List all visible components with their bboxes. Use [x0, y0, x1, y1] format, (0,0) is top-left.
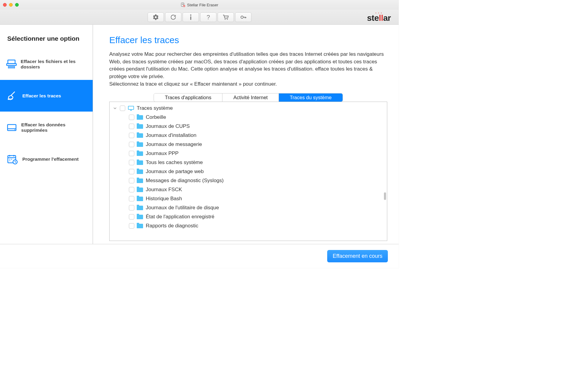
sidebar: Sélectionner une option Effacer les fich…: [0, 25, 93, 244]
page-title: Effacer les traces: [109, 35, 387, 45]
folder-icon: [137, 178, 143, 183]
tree-item-label: Journaux de partage web: [146, 169, 204, 175]
tree-item[interactable]: Historique Bash: [110, 194, 387, 203]
page-desc-line1: Analysez votre Mac pour rechercher des e…: [109, 51, 384, 79]
folder-icon: [137, 160, 143, 165]
svg-point-2: [190, 14, 191, 16]
tree-item[interactable]: Journaux PPP: [110, 149, 387, 158]
checkbox[interactable]: [129, 205, 134, 210]
tree-item[interactable]: Corbeille: [110, 113, 387, 122]
svg-point-1: [183, 5, 185, 7]
sidebar-item-erase-files[interactable]: Effacer les fichiers et les dossiers: [0, 48, 93, 80]
question-icon: ?: [206, 14, 211, 21]
checkbox[interactable]: [129, 115, 134, 120]
checkbox[interactable]: [129, 151, 134, 156]
tree-item-label: Journaux de l'utilitaire de disque: [146, 205, 219, 211]
sidebar-item-erase-traces[interactable]: Effacer les traces: [0, 80, 93, 112]
tree-item-label: Corbeille: [146, 114, 166, 120]
checkbox[interactable]: [129, 142, 134, 147]
folder-icon: [137, 115, 143, 120]
page-description: Analysez votre Mac pour rechercher des e…: [109, 51, 387, 88]
tree-item[interactable]: Tous les caches système: [110, 158, 387, 167]
svg-rect-3: [190, 16, 191, 20]
checkbox[interactable]: [129, 124, 134, 129]
tree-item-label: État de l'application enregistré: [146, 214, 214, 220]
tree-item[interactable]: État de l'application enregistré: [110, 212, 387, 221]
sidebar-item-label: Programmer l'effacement: [22, 156, 78, 162]
checkbox[interactable]: [129, 223, 134, 229]
tree-item[interactable]: Messages de diagnostic (Syslogs): [110, 176, 387, 185]
tab-application-traces[interactable]: Traces d'applications: [154, 93, 222, 102]
sidebar-item-erase-deleted[interactable]: Effacer les données supprimées: [0, 112, 93, 143]
svg-rect-8: [8, 60, 15, 64]
folder-icon: [137, 223, 143, 229]
window-title: Stellar File Eraser: [0, 2, 399, 7]
tree-item[interactable]: Journaux d'installation: [110, 131, 387, 140]
scrollbar-thumb[interactable]: [384, 192, 386, 200]
tree-item[interactable]: Journaux de partage web: [110, 167, 387, 176]
tree-item-label: Journaux PPP: [146, 150, 179, 156]
erase-now-button[interactable]: Effacement en cours: [327, 250, 388, 262]
svg-rect-9: [7, 64, 16, 65]
folder-icon: [137, 124, 143, 129]
broom-icon: [5, 90, 19, 101]
shredder-icon: [5, 59, 18, 70]
folder-icon: [137, 142, 143, 147]
refresh-icon: [170, 14, 177, 21]
sidebar-item-label: Effacer les fichiers et les dossiers: [21, 59, 87, 70]
svg-rect-16: [128, 106, 134, 109]
title-bar: Stellar File Eraser: [0, 0, 399, 10]
chevron-down-icon[interactable]: [113, 107, 117, 110]
sidebar-title: Sélectionner une option: [0, 35, 93, 48]
checkbox[interactable]: [129, 178, 134, 183]
tree-item[interactable]: Journaux de l'utilitaire de disque: [110, 203, 387, 212]
folder-icon: [137, 214, 143, 220]
tree-item-label: Journaux de messagerie: [146, 141, 202, 147]
checkbox[interactable]: [129, 133, 134, 138]
settings-button[interactable]: [148, 12, 164, 22]
tree-item[interactable]: Journaux FSCK: [110, 185, 387, 194]
sidebar-item-schedule[interactable]: Programmer l'effacement: [0, 143, 93, 175]
tree-item-label: Journaux de CUPS: [146, 123, 190, 129]
checkbox[interactable]: [129, 196, 134, 201]
checkbox[interactable]: [129, 169, 134, 174]
tree-item[interactable]: Rapports de diagnostic: [110, 221, 387, 230]
brand-logo: • • • stellar: [367, 11, 391, 23]
sidebar-item-label: Effacer les traces: [22, 93, 61, 99]
svg-point-6: [227, 19, 228, 20]
tabs: Traces d'applications Activité Internet …: [109, 93, 387, 102]
folder-icon: [137, 169, 143, 174]
footer: Effacement en cours: [0, 244, 399, 268]
tree-item-label: Tous les caches système: [146, 160, 203, 166]
checkbox[interactable]: [129, 160, 134, 165]
monitor-icon: [128, 106, 134, 111]
tree-item-label: Journaux FSCK: [146, 187, 182, 193]
checkbox[interactable]: [129, 187, 134, 192]
tree-root-row[interactable]: Traces système: [110, 104, 387, 113]
tree-item-label: Messages de diagnostic (Syslogs): [146, 178, 224, 184]
traces-tree[interactable]: Traces système CorbeilleJournaux de CUPS…: [109, 102, 387, 241]
tree-item[interactable]: Journaux de CUPS: [110, 122, 387, 131]
tree-item[interactable]: Journaux de messagerie: [110, 140, 387, 149]
refresh-button[interactable]: [165, 12, 181, 22]
svg-point-12: [14, 129, 15, 130]
tab-system-traces[interactable]: Traces du système: [279, 93, 343, 102]
info-button[interactable]: [183, 12, 199, 22]
sidebar-item-label: Effacer les données supprimées: [21, 122, 87, 133]
folder-icon: [137, 151, 143, 156]
drive-icon: [5, 122, 18, 133]
cart-button[interactable]: [218, 12, 234, 22]
help-button[interactable]: ?: [200, 12, 216, 22]
svg-text:?: ?: [206, 14, 210, 21]
activation-button[interactable]: [235, 12, 251, 22]
tab-internet-activity[interactable]: Activité Internet: [222, 93, 279, 102]
key-icon: [240, 14, 247, 21]
tree-item-label: Rapports de diagnostic: [146, 223, 198, 229]
folder-icon: [137, 196, 143, 201]
window-title-text: Stellar File Eraser: [187, 3, 218, 7]
folder-icon: [137, 187, 143, 192]
toolbar: ? • • • stellar: [0, 10, 399, 25]
folder-icon: [137, 205, 143, 210]
checkbox[interactable]: [129, 214, 134, 220]
checkbox[interactable]: [120, 106, 125, 111]
